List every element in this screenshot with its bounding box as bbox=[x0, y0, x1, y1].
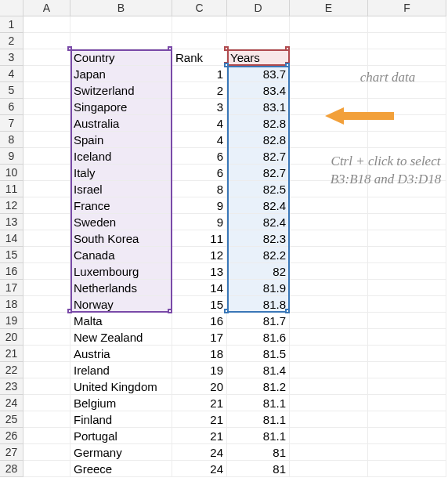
cell-years[interactable]: 81.7 bbox=[227, 313, 290, 329]
row-header[interactable]: 16 bbox=[0, 263, 23, 280]
cell-rank[interactable] bbox=[172, 33, 227, 49]
cell[interactable] bbox=[23, 132, 70, 148]
cell[interactable] bbox=[23, 296, 70, 313]
cell[interactable] bbox=[368, 49, 446, 66]
column-header[interactable]: C bbox=[172, 0, 227, 16]
cell[interactable] bbox=[23, 82, 70, 99]
cell-rank[interactable]: 21 bbox=[172, 428, 227, 444]
cell[interactable] bbox=[23, 214, 70, 230]
row-header[interactable]: 1 bbox=[0, 16, 23, 33]
cell-years[interactable]: 82.2 bbox=[227, 247, 290, 263]
row-header[interactable]: 21 bbox=[0, 346, 23, 362]
cell[interactable] bbox=[368, 428, 446, 444]
cell-country[interactable]: Iceland bbox=[70, 148, 172, 165]
cell-years[interactable]: 81.9 bbox=[227, 280, 290, 296]
cell-years[interactable]: 81.6 bbox=[227, 329, 290, 346]
cell-rank[interactable]: 24 bbox=[172, 461, 227, 477]
column-header[interactable]: D bbox=[227, 0, 290, 16]
cell-rank[interactable]: 14 bbox=[172, 280, 227, 296]
column-header[interactable]: F bbox=[368, 0, 446, 16]
cell[interactable] bbox=[290, 346, 368, 362]
cell-country[interactable]: Ireland bbox=[70, 362, 172, 378]
column-header[interactable]: B bbox=[70, 0, 172, 16]
cell-years[interactable]: 83.1 bbox=[227, 99, 290, 115]
cell-country[interactable]: Netherlands bbox=[70, 280, 172, 296]
cell-country[interactable]: South Korea bbox=[70, 230, 172, 247]
row-header[interactable]: 5 bbox=[0, 82, 23, 99]
cell[interactable] bbox=[290, 362, 368, 378]
cell[interactable] bbox=[290, 296, 368, 313]
cell[interactable] bbox=[290, 428, 368, 444]
cell[interactable] bbox=[23, 115, 70, 132]
cell[interactable] bbox=[368, 329, 446, 346]
cell-country[interactable]: Germany bbox=[70, 444, 172, 461]
row-header[interactable]: 19 bbox=[0, 313, 23, 329]
cell[interactable] bbox=[23, 428, 70, 444]
row-header[interactable]: 24 bbox=[0, 395, 23, 411]
cell-years[interactable]: 81.1 bbox=[227, 428, 290, 444]
cell-years[interactable]: 81.1 bbox=[227, 395, 290, 411]
selection-handle[interactable] bbox=[168, 46, 172, 51]
cell-country[interactable]: New Zealand bbox=[70, 329, 172, 346]
cell-rank[interactable]: 24 bbox=[172, 444, 227, 461]
row-header[interactable]: 17 bbox=[0, 280, 23, 296]
cell[interactable] bbox=[290, 378, 368, 395]
cell-rank[interactable]: 1 bbox=[172, 66, 227, 82]
cell-years[interactable]: 81.2 bbox=[227, 378, 290, 395]
cell-years[interactable]: 81 bbox=[227, 461, 290, 477]
cell[interactable] bbox=[23, 247, 70, 263]
cell[interactable] bbox=[290, 33, 368, 49]
cell-rank[interactable]: 11 bbox=[172, 230, 227, 247]
cell-country[interactable]: Norway bbox=[70, 296, 172, 313]
cell-rank[interactable]: 12 bbox=[172, 247, 227, 263]
selection-handle[interactable] bbox=[224, 309, 229, 313]
row-header[interactable]: 28 bbox=[0, 461, 23, 477]
row-header[interactable]: 9 bbox=[0, 148, 23, 165]
cell[interactable] bbox=[368, 214, 446, 230]
row-header[interactable]: 15 bbox=[0, 247, 23, 263]
cell[interactable] bbox=[23, 263, 70, 280]
cell-rank[interactable]: 17 bbox=[172, 329, 227, 346]
cell[interactable] bbox=[23, 444, 70, 461]
cell[interactable] bbox=[23, 99, 70, 115]
row-header[interactable]: 20 bbox=[0, 329, 23, 346]
selection-handle[interactable] bbox=[67, 46, 72, 51]
cell[interactable] bbox=[23, 313, 70, 329]
cell[interactable] bbox=[290, 461, 368, 477]
cell[interactable] bbox=[290, 214, 368, 230]
cell[interactable] bbox=[290, 444, 368, 461]
selection-handle[interactable] bbox=[67, 309, 72, 313]
cell-rank[interactable]: 2 bbox=[172, 82, 227, 99]
cell-years[interactable]: 81.8 bbox=[227, 296, 290, 313]
cell-country[interactable]: Portugal bbox=[70, 428, 172, 444]
row-header[interactable]: 6 bbox=[0, 99, 23, 115]
cell-country[interactable]: Japan bbox=[70, 66, 172, 82]
cell-country[interactable] bbox=[70, 16, 172, 33]
cell[interactable] bbox=[368, 411, 446, 428]
cell-years[interactable]: 81.5 bbox=[227, 346, 290, 362]
cell[interactable] bbox=[23, 197, 70, 214]
cell[interactable] bbox=[23, 33, 70, 49]
cell-country[interactable]: Country bbox=[70, 49, 172, 66]
cell-years[interactable]: 82.7 bbox=[227, 165, 290, 181]
cell[interactable] bbox=[368, 230, 446, 247]
row-header[interactable]: 13 bbox=[0, 214, 23, 230]
cell[interactable] bbox=[23, 411, 70, 428]
cell[interactable] bbox=[23, 148, 70, 165]
selection-handle[interactable] bbox=[285, 309, 290, 313]
cell-rank[interactable]: 20 bbox=[172, 378, 227, 395]
cell[interactable] bbox=[368, 362, 446, 378]
cell[interactable] bbox=[368, 263, 446, 280]
cell[interactable] bbox=[368, 132, 446, 148]
cell-rank[interactable]: 21 bbox=[172, 395, 227, 411]
cell-country[interactable]: Singapore bbox=[70, 99, 172, 115]
cell[interactable] bbox=[23, 230, 70, 247]
cell-rank[interactable]: 18 bbox=[172, 346, 227, 362]
cell-years[interactable]: 82.4 bbox=[227, 214, 290, 230]
row-header[interactable]: 11 bbox=[0, 181, 23, 197]
cell-rank[interactable]: 4 bbox=[172, 132, 227, 148]
cell-rank[interactable]: 8 bbox=[172, 181, 227, 197]
cell[interactable] bbox=[368, 313, 446, 329]
select-all-corner[interactable] bbox=[0, 0, 23, 16]
cell-years[interactable] bbox=[227, 33, 290, 49]
